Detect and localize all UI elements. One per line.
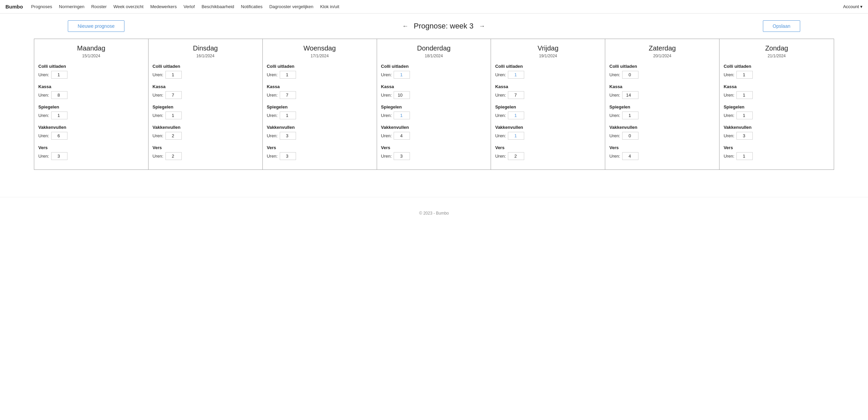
uren-label: Uren: <box>38 72 49 77</box>
category-row: Uren: <box>38 152 144 160</box>
category-name: Colli uitladen <box>38 64 144 69</box>
nav-item-normeringen[interactable]: Normeringen <box>59 4 84 9</box>
day-col-maandag: Maandag15/1/2024Colli uitladenUren:Kassa… <box>34 39 149 169</box>
uren-input[interactable] <box>280 152 296 160</box>
uren-label: Uren: <box>724 72 734 77</box>
uren-input[interactable] <box>394 91 410 99</box>
uren-input[interactable] <box>280 71 296 79</box>
category-row: Uren: <box>381 152 487 160</box>
nav-item-medewerkers[interactable]: Medewerkers <box>150 4 177 9</box>
category-row: Uren: <box>381 112 487 119</box>
category-name: Vakkenvullen <box>153 125 258 130</box>
uren-input[interactable] <box>394 132 410 140</box>
category-name: Vers <box>495 145 601 150</box>
uren-input[interactable] <box>508 132 524 140</box>
nav-item-week-overzicht[interactable]: Week overzicht <box>114 4 144 9</box>
nav-item-verlof[interactable]: Verlof <box>183 4 195 9</box>
day-name: Vrijdag <box>495 44 601 52</box>
nav-item-klok-in/uit[interactable]: Klok in/uit <box>320 4 339 9</box>
uren-input[interactable] <box>622 112 638 119</box>
category-name: Kassa <box>381 84 487 89</box>
uren-input[interactable] <box>736 152 753 160</box>
uren-input[interactable] <box>508 91 524 99</box>
uren-input[interactable] <box>622 152 638 160</box>
uren-input[interactable] <box>165 71 182 79</box>
uren-input[interactable] <box>736 132 753 140</box>
category-vakkenvullen: VakkenvullenUren: <box>609 125 715 140</box>
category-row: Uren: <box>153 132 258 140</box>
uren-input[interactable] <box>165 152 182 160</box>
week-navigation: ← Prognose: week 3 → <box>402 22 485 31</box>
uren-label: Uren: <box>495 93 506 98</box>
uren-input[interactable] <box>165 112 182 119</box>
uren-input[interactable] <box>622 91 638 99</box>
uren-input[interactable] <box>165 91 182 99</box>
next-week-button[interactable]: → <box>479 23 485 30</box>
day-name: Zaterdag <box>609 44 715 52</box>
uren-label: Uren: <box>153 113 163 118</box>
nav-item-notificaties[interactable]: Notificaties <box>241 4 263 9</box>
category-name: Colli uitladen <box>153 64 258 69</box>
category-name: Vers <box>153 145 258 150</box>
uren-input[interactable] <box>622 71 638 79</box>
uren-input[interactable] <box>280 132 296 140</box>
account-menu[interactable]: Account ▾ <box>843 4 863 9</box>
uren-label: Uren: <box>267 72 278 77</box>
uren-input[interactable] <box>736 112 753 119</box>
category-row: Uren: <box>724 112 830 119</box>
uren-label: Uren: <box>267 93 278 98</box>
uren-input[interactable] <box>508 152 524 160</box>
category-spiegelen: SpiegelenUren: <box>381 104 487 119</box>
nav-item-dagrooster-vergelijken[interactable]: Dagrooster vergelijken <box>269 4 313 9</box>
nav-item-beschikbaarheid[interactable]: Beschikbaarheid <box>201 4 234 9</box>
uren-input[interactable] <box>51 132 67 140</box>
uren-input[interactable] <box>736 91 753 99</box>
day-name: Donderdag <box>381 44 487 52</box>
uren-input[interactable] <box>508 71 524 79</box>
save-button[interactable]: Opslaan <box>763 20 800 32</box>
uren-input[interactable] <box>622 132 638 140</box>
uren-input[interactable] <box>394 112 410 119</box>
uren-input[interactable] <box>736 71 753 79</box>
nav-item-prognoses[interactable]: Prognoses <box>31 4 52 9</box>
category-row: Uren: <box>724 91 830 99</box>
uren-label: Uren: <box>153 154 163 159</box>
uren-input[interactable] <box>165 132 182 140</box>
category-name: Vakkenvullen <box>381 125 487 130</box>
uren-input[interactable] <box>280 112 296 119</box>
day-date: 20/1/2024 <box>609 54 715 58</box>
prev-week-button[interactable]: ← <box>402 23 408 30</box>
uren-label: Uren: <box>153 133 163 138</box>
category-vakkenvullen: VakkenvullenUren: <box>495 125 601 140</box>
nav-item-rooster[interactable]: Rooster <box>91 4 107 9</box>
uren-input[interactable] <box>51 152 67 160</box>
uren-label: Uren: <box>38 113 49 118</box>
day-date: 19/1/2024 <box>495 54 601 58</box>
category-name: Spiegelen <box>724 104 830 109</box>
uren-input[interactable] <box>508 112 524 119</box>
category-name: Vers <box>267 145 373 150</box>
category-spiegelen: SpiegelenUren: <box>153 104 258 119</box>
uren-input[interactable] <box>280 91 296 99</box>
category-name: Colli uitladen <box>495 64 601 69</box>
category-colli-uitladen: Colli uitladenUren: <box>724 64 830 79</box>
category-row: Uren: <box>267 91 373 99</box>
uren-input[interactable] <box>394 152 410 160</box>
new-prognose-button[interactable]: Nieuwe prognose <box>68 20 124 32</box>
uren-label: Uren: <box>381 72 392 77</box>
category-name: Spiegelen <box>153 104 258 109</box>
uren-input[interactable] <box>394 71 410 79</box>
uren-input[interactable] <box>51 112 67 119</box>
uren-input[interactable] <box>51 71 67 79</box>
category-row: Uren: <box>153 71 258 79</box>
day-col-zaterdag: Zaterdag20/1/2024Colli uitladenUren:Kass… <box>605 39 719 169</box>
category-row: Uren: <box>38 91 144 99</box>
category-name: Vakkenvullen <box>724 125 830 130</box>
uren-input[interactable] <box>51 91 67 99</box>
category-spiegelen: SpiegelenUren: <box>495 104 601 119</box>
category-row: Uren: <box>609 91 715 99</box>
uren-label: Uren: <box>495 133 506 138</box>
category-name: Kassa <box>153 84 258 89</box>
category-name: Colli uitladen <box>381 64 487 69</box>
uren-label: Uren: <box>724 154 734 159</box>
